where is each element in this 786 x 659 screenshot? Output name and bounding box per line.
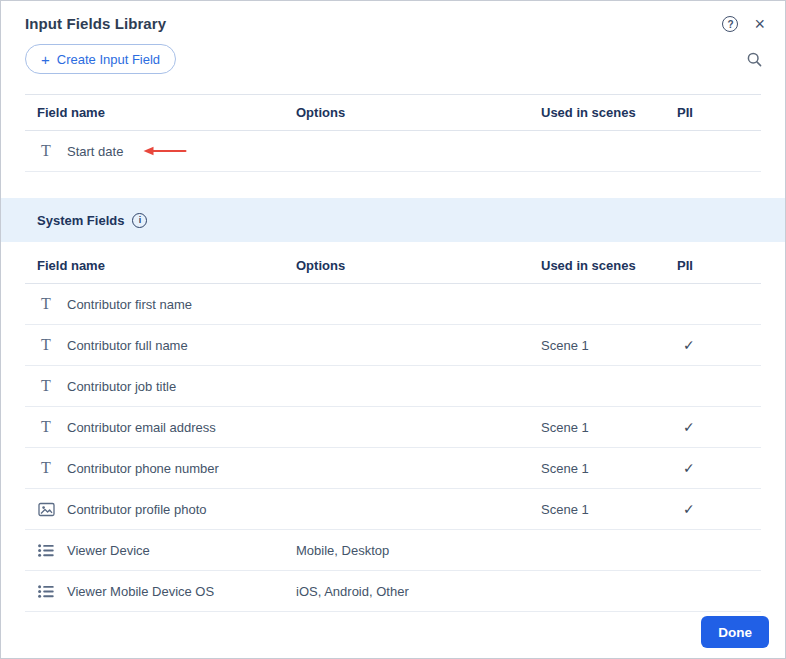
options-cell: Mobile, Desktop [296, 543, 541, 558]
done-button[interactable]: Done [701, 616, 769, 648]
header-icons: ? × [722, 16, 765, 32]
red-arrow-annotation [143, 146, 187, 156]
used-in-scenes-cell: Scene 1 [541, 420, 677, 435]
help-icon[interactable]: ? [722, 16, 738, 32]
close-icon[interactable]: × [754, 16, 765, 32]
field-name-label: Contributor first name [67, 297, 192, 312]
toolbar: + Create Input Field [1, 44, 785, 74]
column-header-pii: PII [677, 258, 761, 273]
column-header-used-in-scenes: Used in scenes [541, 258, 677, 273]
table-header: Field nameOptionsUsed in scenesPII [25, 94, 761, 131]
create-input-field-label: Create Input Field [57, 52, 160, 67]
field-name-label: Contributor phone number [67, 461, 219, 476]
create-input-field-button[interactable]: + Create Input Field [25, 44, 176, 74]
text-field-icon: T [37, 459, 55, 477]
modal-footer: Done [701, 616, 769, 648]
field-name-cell: Viewer Mobile Device OS [37, 584, 296, 599]
system-fields-rows: TContributor first nameTContributor full… [25, 284, 761, 612]
list-field-icon [37, 585, 55, 598]
options-cell: iOS, Android, Other [296, 584, 541, 599]
column-header-pii: PII [677, 105, 761, 120]
system-fields-section-header: System Fields i [1, 198, 785, 242]
info-icon[interactable]: i [132, 213, 147, 228]
table-row[interactable]: Viewer DeviceMobile, Desktop [25, 530, 761, 571]
system-fields-table: Field nameOptionsUsed in scenesPII TCont… [25, 248, 761, 612]
pii-cell: ✓ [677, 337, 761, 353]
pii-cell: ✓ [677, 501, 761, 517]
field-name-cell: TContributor phone number [37, 459, 296, 477]
pii-cell: ✓ [677, 419, 761, 435]
system-fields-label: System Fields [37, 213, 124, 228]
pii-checkmark-icon: ✓ [677, 501, 695, 517]
field-name-cell: TStart date [37, 142, 296, 160]
field-name-cell: TContributor full name [37, 336, 296, 354]
text-field-icon: T [37, 418, 55, 436]
field-name-cell: TContributor email address [37, 418, 296, 436]
column-header-field-name: Field name [37, 105, 296, 120]
pii-checkmark-icon: ✓ [677, 337, 695, 353]
text-field-icon: T [37, 336, 55, 354]
pii-checkmark-icon: ✓ [677, 460, 695, 476]
photo-field-icon [37, 502, 55, 517]
table-row[interactable]: Contributor profile photoScene 1✓ [25, 489, 761, 530]
column-header-field-name: Field name [37, 258, 296, 273]
table-row[interactable]: TContributor first name [25, 284, 761, 325]
field-name-label: Viewer Mobile Device OS [67, 584, 214, 599]
modal-title: Input Fields Library [25, 15, 166, 32]
text-field-icon: T [37, 142, 55, 160]
field-name-cell: TContributor first name [37, 295, 296, 313]
field-name-cell: Contributor profile photo [37, 502, 296, 517]
field-name-cell: TContributor job title [37, 377, 296, 395]
pii-checkmark-icon: ✓ [677, 419, 695, 435]
table-row[interactable]: TContributor full nameScene 1✓ [25, 325, 761, 366]
column-header-used-in-scenes: Used in scenes [541, 105, 677, 120]
column-header-options: Options [296, 258, 541, 273]
pii-cell: ✓ [677, 460, 761, 476]
field-name-label: Start date [67, 144, 123, 159]
text-field-icon: T [37, 295, 55, 313]
search-icon[interactable] [746, 51, 763, 68]
table-row[interactable]: TContributor phone numberScene 1✓ [25, 448, 761, 489]
table-row[interactable]: TContributor email addressScene 1✓ [25, 407, 761, 448]
table-row[interactable]: TStart date [25, 131, 761, 172]
plus-icon: + [41, 52, 50, 67]
custom-fields-rows: TStart date [25, 131, 761, 172]
list-field-icon [37, 544, 55, 557]
used-in-scenes-cell: Scene 1 [541, 338, 677, 353]
text-field-icon: T [37, 377, 55, 395]
field-name-label: Viewer Device [67, 543, 150, 558]
field-name-label: Contributor email address [67, 420, 216, 435]
field-name-label: Contributor job title [67, 379, 176, 394]
field-name-cell: Viewer Device [37, 543, 296, 558]
used-in-scenes-cell: Scene 1 [541, 461, 677, 476]
table-row[interactable]: Viewer Mobile Device OSiOS, Android, Oth… [25, 571, 761, 612]
table-row[interactable]: TContributor job title [25, 366, 761, 407]
field-name-label: Contributor profile photo [67, 502, 206, 517]
table-header: Field nameOptionsUsed in scenesPII [25, 248, 761, 284]
used-in-scenes-cell: Scene 1 [541, 502, 677, 517]
field-name-label: Contributor full name [67, 338, 188, 353]
column-header-options: Options [296, 105, 541, 120]
modal-header: Input Fields Library ? × [1, 1, 785, 32]
input-fields-library-modal: Input Fields Library ? × + Create Input … [0, 0, 786, 659]
custom-fields-table: Field nameOptionsUsed in scenesPII TStar… [25, 94, 761, 172]
